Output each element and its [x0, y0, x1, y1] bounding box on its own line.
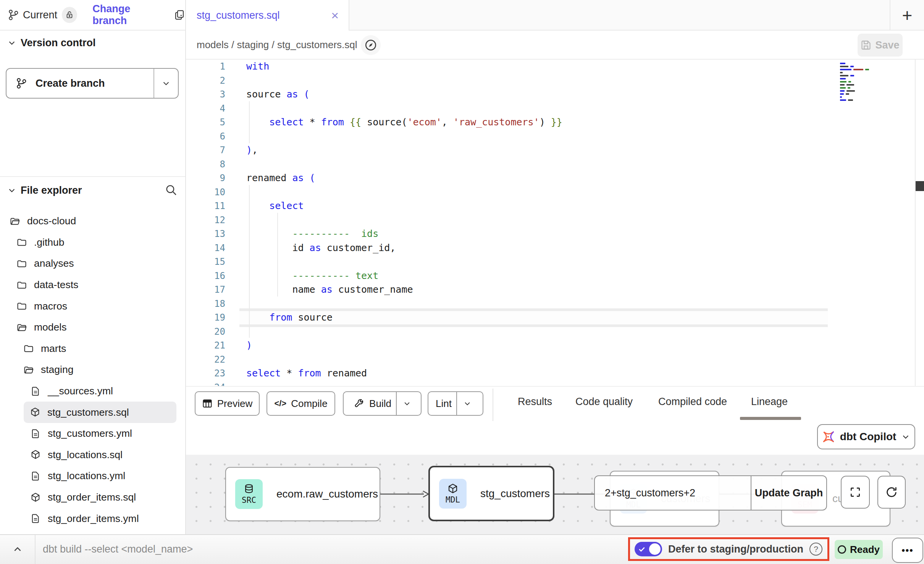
code-token: [286, 172, 292, 183]
update-graph-button[interactable]: Update Graph: [751, 476, 826, 510]
close-icon[interactable]: ×: [331, 9, 339, 22]
tab-lineage[interactable]: Lineage: [751, 396, 788, 408]
code-lines: 1with23source as (45 select * from {{ so…: [186, 60, 924, 386]
tab-code-quality[interactable]: Code quality: [575, 396, 633, 408]
file-tree-item--sources-yml[interactable]: __sources.yml: [0, 381, 185, 402]
command-input[interactable]: dbt build --select <model_name>: [43, 543, 193, 555]
line-number: 5: [186, 115, 225, 130]
lineage-canvas[interactable]: SRCecom.raw_customersMDLstg_customersMDL…: [186, 455, 924, 534]
code-line-5[interactable]: 5 select * from {{ source('ecom', 'raw_c…: [186, 115, 924, 130]
chevron-down-icon: [403, 400, 411, 407]
tab-results[interactable]: Results: [518, 396, 552, 408]
new-tab-plus-icon[interactable]: +: [902, 6, 913, 24]
lineage-node-stg-customers[interactable]: MDLstg_customers: [428, 466, 554, 521]
code-token: *: [304, 117, 321, 128]
file-tree-item-data-tests[interactable]: data-tests: [0, 274, 185, 296]
create-branch-button[interactable]: Create branch: [6, 68, 179, 99]
file-tree-item-docs-cloud[interactable]: docs-cloud: [0, 211, 185, 232]
code-token: select: [269, 200, 304, 211]
code-token: from: [321, 117, 344, 128]
code-line-21[interactable]: 21): [186, 339, 924, 353]
code-token: name: [292, 284, 321, 295]
file-name: stg_locations.yml: [48, 470, 125, 482]
compile-button[interactable]: </> Compile: [267, 391, 335, 416]
build-dropdown[interactable]: [396, 392, 417, 415]
file-name: data-tests: [34, 279, 78, 291]
file-explorer-header[interactable]: File explorer: [0, 177, 185, 204]
refresh-button[interactable]: [877, 476, 906, 509]
file-tree-item-stg-order-items-yml[interactable]: stg_order_items.yml: [0, 508, 185, 529]
file-tree-item-models[interactable]: models: [0, 317, 185, 338]
lineage-node-ecom-raw-customers[interactable]: SRCecom.raw_customers: [225, 467, 380, 521]
code-line-13[interactable]: 13 ---------- ids: [186, 227, 924, 241]
code-line-15[interactable]: 15: [186, 255, 924, 269]
code-editor[interactable]: 1with23source as (45 select * from {{ so…: [186, 60, 924, 386]
lineage-selector-input[interactable]: [595, 476, 751, 510]
build-label: Build: [369, 398, 391, 410]
file-tree-item-macros[interactable]: macros: [0, 295, 185, 317]
code-line-12[interactable]: 12: [186, 213, 924, 227]
tab-compiled-code[interactable]: Compiled code: [658, 396, 727, 408]
code-line-6[interactable]: 6: [186, 130, 924, 144]
file-tree-item-staging[interactable]: staging: [0, 359, 185, 381]
code-line-3[interactable]: 3source as (: [186, 88, 924, 102]
file-tree-item-stg-customers-sql[interactable]: stg_customers.sql: [24, 402, 176, 423]
fullscreen-button[interactable]: [841, 476, 870, 509]
code-line-4[interactable]: 4: [186, 102, 924, 116]
file-name: stg_order_items.yml: [48, 513, 139, 525]
code-token: select: [269, 117, 304, 128]
code-line-1[interactable]: 1with: [186, 60, 924, 74]
collapse-panel-button[interactable]: [0, 535, 36, 564]
change-branch-link[interactable]: Change branch: [92, 3, 165, 27]
code-token: ,: [442, 117, 453, 128]
defer-toggle[interactable]: [635, 542, 662, 556]
navigate-compass-icon[interactable]: [361, 35, 381, 55]
code-line-20[interactable]: 20: [186, 325, 924, 339]
file-icon: [30, 471, 41, 481]
line-number: 19: [186, 311, 225, 325]
editor-scrollbar[interactable]: [915, 60, 924, 386]
code-line-16[interactable]: 16 ---------- text: [186, 269, 924, 283]
file-tree-item-stg-locations-yml[interactable]: stg_locations.yml: [0, 465, 185, 487]
file-tree-item-analyses[interactable]: analyses: [0, 253, 185, 274]
code-line-17[interactable]: 17 name as customer_name: [186, 283, 924, 297]
code-line-9[interactable]: 9renamed as (: [186, 171, 924, 185]
code-line-22[interactable]: 22: [186, 353, 924, 367]
tab-stg-customers-sql[interactable]: stg_customers.sql ×: [186, 0, 349, 31]
toolbar-divider: [493, 389, 493, 421]
code-line-11[interactable]: 11 select: [186, 199, 924, 213]
build-button[interactable]: Build: [343, 391, 422, 416]
code-line-7[interactable]: 7),: [186, 143, 924, 157]
dbt-copilot-button[interactable]: dbt Copilot: [817, 424, 915, 449]
code-line-18[interactable]: 18: [186, 297, 924, 311]
code-line-14[interactable]: 14 id as customer_id,: [186, 241, 924, 255]
file-tree-item-marts[interactable]: marts: [0, 338, 185, 360]
code-line-24[interactable]: 24: [186, 381, 924, 386]
code-line-8[interactable]: 8: [186, 157, 924, 172]
lint-dropdown[interactable]: [456, 392, 478, 415]
copy-branch-icon[interactable]: [174, 9, 185, 21]
code-line-2[interactable]: 2: [186, 74, 924, 88]
preview-button[interactable]: Preview: [195, 391, 260, 416]
minimap[interactable]: [840, 63, 882, 102]
file-tree-item-stg-order-items-sql[interactable]: stg_order_items.sql: [0, 487, 185, 508]
file-tree-item--github[interactable]: .github: [0, 232, 185, 253]
file-name: stg_locations.sql: [48, 449, 123, 461]
lint-button[interactable]: Lint: [428, 391, 483, 416]
file-tree-item-stg-locations-sql[interactable]: stg_locations.sql: [0, 444, 185, 466]
file-tree-item-stg-customers-yml[interactable]: stg_customers.yml: [0, 423, 185, 444]
folder-icon: [16, 237, 27, 248]
save-button[interactable]: Save: [858, 34, 903, 57]
line-number: 1: [186, 60, 225, 74]
more-options-button[interactable]: •••: [892, 538, 923, 563]
version-control-header[interactable]: Version control: [0, 31, 185, 55]
line-number: 14: [186, 241, 225, 255]
version-control-section: Version control Create branch: [0, 31, 185, 177]
code-line-19[interactable]: 19 from source: [186, 311, 924, 325]
code-line-23[interactable]: 23select * from renamed: [186, 366, 924, 381]
code-line-10[interactable]: 10: [186, 185, 924, 199]
scrollbar-thumb[interactable]: [916, 181, 924, 191]
search-icon[interactable]: [165, 183, 178, 196]
create-branch-dropdown[interactable]: [153, 69, 178, 98]
help-icon[interactable]: ?: [809, 543, 822, 556]
